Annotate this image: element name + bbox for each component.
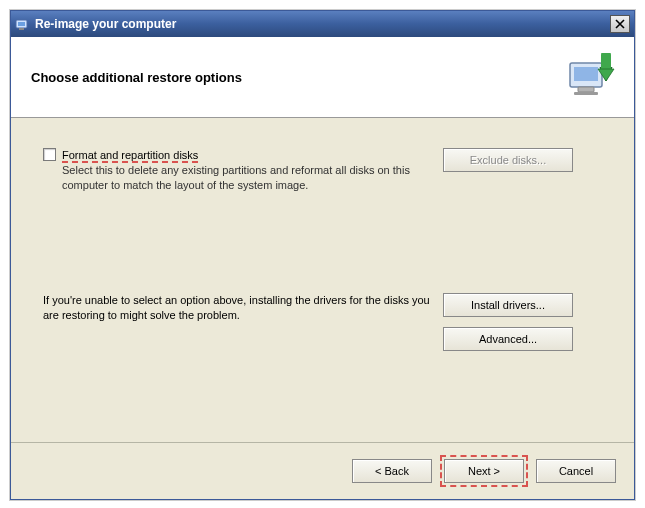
exclude-button-col: Exclude disks... xyxy=(443,148,573,172)
body-panel: Format and repartition disks Select this… xyxy=(11,118,634,442)
format-description: Select this to delete any existing parti… xyxy=(62,163,433,193)
page-title: Choose additional restore options xyxy=(31,70,242,85)
svg-rect-6 xyxy=(574,92,598,95)
close-button[interactable] xyxy=(610,15,630,33)
drivers-text: If you're unable to select an option abo… xyxy=(43,293,433,323)
header-panel: Choose additional restore options xyxy=(11,37,634,118)
dialog-window: Re-image your computer Choose additional… xyxy=(10,10,635,500)
exclude-disks-button: Exclude disks... xyxy=(443,148,573,172)
cancel-button[interactable]: Cancel xyxy=(536,459,616,483)
next-button[interactable]: Next > xyxy=(444,459,524,483)
drivers-block: If you're unable to select an option abo… xyxy=(43,293,614,351)
window-title: Re-image your computer xyxy=(35,17,610,31)
install-drivers-button[interactable]: Install drivers... xyxy=(443,293,573,317)
advanced-button[interactable]: Advanced... xyxy=(443,327,573,351)
svg-rect-1 xyxy=(18,22,25,26)
app-icon xyxy=(15,16,31,32)
format-option-row: Format and repartition disks Select this… xyxy=(43,148,614,193)
format-option-text: Format and repartition disks Select this… xyxy=(43,148,433,193)
next-highlight: Next > xyxy=(440,455,528,487)
format-checkbox-line[interactable]: Format and repartition disks xyxy=(43,148,433,161)
format-checkbox-label: Format and repartition disks xyxy=(62,149,198,161)
back-button[interactable]: < Back xyxy=(352,459,432,483)
format-checkbox[interactable] xyxy=(43,148,56,161)
titlebar: Re-image your computer xyxy=(11,11,634,37)
svg-rect-4 xyxy=(574,67,598,81)
svg-rect-5 xyxy=(578,87,594,92)
drivers-buttons: Install drivers... Advanced... xyxy=(443,293,573,351)
footer: < Back Next > Cancel xyxy=(11,442,634,499)
restore-icon xyxy=(566,53,614,101)
svg-rect-2 xyxy=(19,28,24,30)
